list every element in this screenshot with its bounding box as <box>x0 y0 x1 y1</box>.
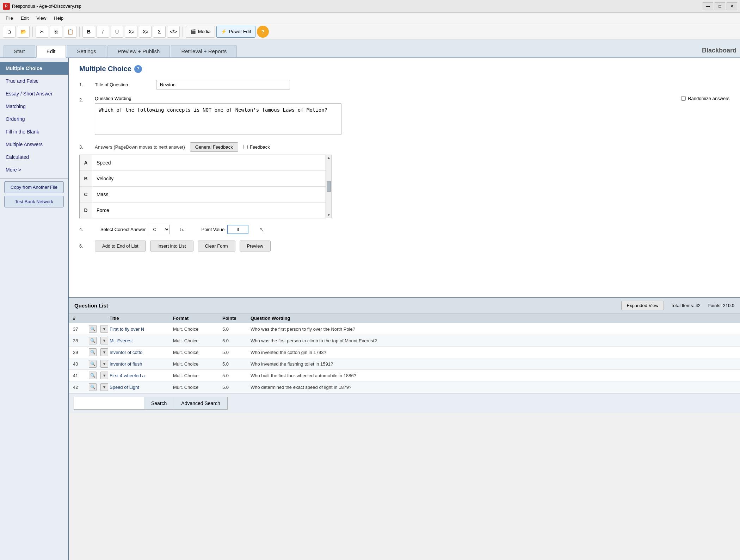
cut-button[interactable]: ✂ <box>36 26 48 38</box>
insert-into-list-button[interactable]: Insert into List <box>150 241 193 251</box>
copy-button[interactable]: ⎘ <box>50 26 62 38</box>
form-title-text: Multiple Choice <box>79 65 131 73</box>
sidebar-item-true-false[interactable]: True and False <box>0 75 68 87</box>
help-button[interactable]: ? <box>257 26 269 38</box>
row-points: 5.0 <box>222 385 251 390</box>
row-arrow-btn[interactable]: ▼ <box>99 337 110 344</box>
row-search-btn[interactable]: 🔍 <box>86 372 99 379</box>
general-feedback-button[interactable]: General Feedback <box>190 142 238 152</box>
sidebar-item-fill-blank[interactable]: Fill in the Blank <box>0 125 68 138</box>
dropdown-icon[interactable]: ▼ <box>100 337 108 344</box>
search-button[interactable]: Search <box>144 397 174 410</box>
tab-preview-publish[interactable]: Preview + Publish <box>107 45 170 57</box>
expanded-view-button[interactable]: Expanded View <box>621 301 664 310</box>
search-icon[interactable]: 🔍 <box>89 337 97 344</box>
form-help-icon[interactable]: ? <box>134 65 142 73</box>
search-icon[interactable]: 🔍 <box>89 325 97 333</box>
row-search-btn[interactable]: 🔍 <box>86 325 99 333</box>
correct-answer-select[interactable]: A B C D <box>149 225 170 234</box>
sigma-button[interactable]: Σ <box>153 26 166 38</box>
row-arrow-btn[interactable]: ▼ <box>99 325 110 333</box>
feedback-checkbox[interactable] <box>243 145 248 149</box>
step2-label: 2. <box>79 96 90 102</box>
sidebar-item-more[interactable]: More > <box>0 163 68 176</box>
minimize-button[interactable]: — <box>703 2 713 10</box>
table-row: 39 🔍 ▼ Inventor of cotto Mult. Choice 5.… <box>69 347 740 358</box>
paste-button[interactable]: 📋 <box>64 26 76 38</box>
dropdown-icon[interactable]: ▼ <box>100 383 108 391</box>
media-button[interactable]: 🎬 Media <box>186 26 215 38</box>
question-wording-textarea[interactable] <box>95 103 341 135</box>
dropdown-icon[interactable]: ▼ <box>100 372 108 379</box>
add-to-end-button[interactable]: Add to End of List <box>95 241 146 251</box>
close-button[interactable]: ✕ <box>727 2 737 10</box>
randomize-checkbox[interactable] <box>681 96 686 101</box>
tab-retrieval-reports[interactable]: Retrieval + Reports <box>171 45 237 57</box>
search-icon[interactable]: 🔍 <box>89 372 97 379</box>
power-edit-button[interactable]: ⚡ Power Edit <box>216 26 255 38</box>
sidebar-item-calculated[interactable]: Calculated <box>0 151 68 163</box>
search-icon[interactable]: 🔍 <box>89 360 97 368</box>
row-search-btn[interactable]: 🔍 <box>86 360 99 368</box>
maximize-button[interactable]: □ <box>715 2 725 10</box>
step1-label: 1. <box>79 82 90 87</box>
tab-start[interactable]: Start <box>4 45 35 57</box>
sidebar: Multiple Choice True and False Essay / S… <box>0 58 69 560</box>
row-search-btn[interactable]: 🔍 <box>86 383 99 391</box>
point-value-input[interactable] <box>227 225 248 234</box>
row-points: 5.0 <box>222 326 251 332</box>
row-arrow-btn[interactable]: ▼ <box>99 360 110 368</box>
dropdown-icon[interactable]: ▼ <box>100 348 108 356</box>
tab-edit[interactable]: Edit <box>36 45 66 58</box>
answer-text-b[interactable]: Velocity <box>92 171 326 186</box>
test-bank-network-button[interactable]: Test Bank Network <box>4 196 64 207</box>
row-wording: Who determined the exact speed of light … <box>251 385 740 390</box>
row-arrow-btn[interactable]: ▼ <box>99 348 110 356</box>
clear-form-button[interactable]: Clear Form <box>198 241 235 251</box>
copy-from-file-button[interactable]: Copy from Another File <box>4 181 64 193</box>
title-input[interactable] <box>156 80 290 89</box>
search-input[interactable] <box>74 397 144 410</box>
bold-button[interactable]: B <box>82 26 95 38</box>
menu-help[interactable]: Help <box>50 14 67 22</box>
tab-settings[interactable]: Settings <box>67 45 106 57</box>
randomize-label: Randomize answers <box>688 96 729 101</box>
row-search-btn[interactable]: 🔍 <box>86 348 99 356</box>
row-wording: Who was the first person to climb to the… <box>251 338 740 343</box>
answer-text-c[interactable]: Mass <box>92 187 326 202</box>
main-container: Multiple Choice True and False Essay / S… <box>0 58 740 560</box>
menu-file[interactable]: File <box>2 14 17 22</box>
answer-letter-d: D <box>80 203 92 218</box>
open-button[interactable]: 📂 <box>17 26 30 38</box>
preview-button[interactable]: Preview <box>240 241 271 251</box>
row-arrow-btn[interactable]: ▼ <box>99 372 110 379</box>
sidebar-item-matching[interactable]: Matching <box>0 100 68 113</box>
row-num: 37 <box>69 326 86 332</box>
row-search-btn[interactable]: 🔍 <box>86 337 99 344</box>
dropdown-icon[interactable]: ▼ <box>100 325 108 333</box>
bottom-search-bar: Search Advanced Search <box>69 393 740 413</box>
row-wording: Who was the first person to fly over the… <box>251 326 740 332</box>
underline-button[interactable]: U <box>111 26 123 38</box>
row-arrow-btn[interactable]: ▼ <box>99 383 110 391</box>
sidebar-item-ordering[interactable]: Ordering <box>0 113 68 125</box>
search-icon[interactable]: 🔍 <box>89 383 97 391</box>
sidebar-item-essay[interactable]: Essay / Short Answer <box>0 87 68 100</box>
sidebar-item-multiple-answers[interactable]: Multiple Answers <box>0 138 68 151</box>
row-title: Inventor of cotto <box>110 350 173 355</box>
menu-view[interactable]: View <box>33 14 50 22</box>
row-num: 42 <box>69 385 86 390</box>
dropdown-icon[interactable]: ▼ <box>100 360 108 368</box>
advanced-search-button[interactable]: Advanced Search <box>174 397 228 410</box>
code-button[interactable]: </> <box>167 26 180 38</box>
search-icon[interactable]: 🔍 <box>89 348 97 356</box>
sidebar-item-multiple-choice[interactable]: Multiple Choice <box>0 62 68 75</box>
italic-button[interactable]: I <box>97 26 109 38</box>
answer-text-d[interactable]: Force <box>92 203 326 218</box>
subscript-button[interactable]: X2 <box>125 26 137 38</box>
superscript-button[interactable]: X2 <box>139 26 152 38</box>
answer-text-a[interactable]: Speed <box>92 155 326 170</box>
menu-edit[interactable]: Edit <box>17 14 32 22</box>
answers-scrollbar[interactable]: ▲ ▼ <box>326 155 332 218</box>
new-button[interactable]: 🗋 <box>3 26 16 38</box>
